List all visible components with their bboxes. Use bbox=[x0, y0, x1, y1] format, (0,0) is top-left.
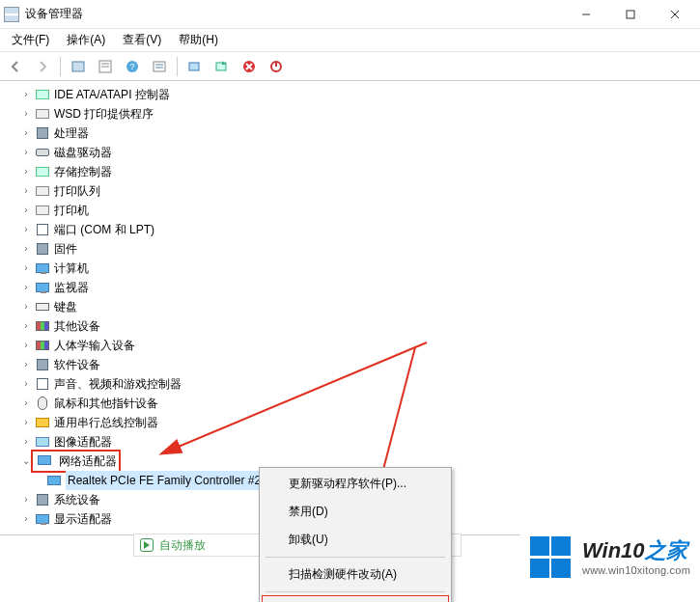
close-button[interactable] bbox=[654, 2, 696, 27]
minimize-button[interactable] bbox=[565, 2, 607, 27]
forward-button[interactable] bbox=[31, 55, 54, 78]
toolbar-console-icon[interactable] bbox=[67, 55, 90, 78]
expand-icon[interactable]: › bbox=[19, 259, 33, 278]
toolbar-uninstall-icon[interactable] bbox=[238, 55, 261, 78]
expand-icon[interactable]: › bbox=[19, 413, 33, 432]
expand-icon[interactable]: › bbox=[19, 509, 33, 529]
tree-label: 鼠标和其他指针设备 bbox=[54, 394, 158, 413]
ctx-disable[interactable]: 禁用(D) bbox=[262, 498, 449, 526]
expand-icon[interactable]: › bbox=[19, 220, 33, 239]
tree-item[interactable]: ›键盘 bbox=[10, 297, 700, 316]
device-icon bbox=[35, 396, 50, 411]
tree-label: Realtek PCIe FE Family Controller #2 bbox=[66, 471, 263, 490]
tree-item[interactable]: ›磁盘驱动器 bbox=[10, 143, 700, 162]
toolbar-list-icon[interactable] bbox=[148, 55, 171, 78]
tree-item[interactable]: ›IDE ATA/ATAPI 控制器 bbox=[10, 85, 700, 104]
tree-item[interactable]: ›固件 bbox=[10, 239, 700, 259]
menu-action[interactable]: 操作(A) bbox=[59, 30, 113, 50]
device-icon bbox=[35, 434, 50, 450]
device-icon bbox=[35, 338, 50, 353]
tree-label: 磁盘驱动器 bbox=[54, 143, 112, 162]
tree-label: 软件设备 bbox=[54, 355, 100, 374]
expand-icon[interactable]: › bbox=[19, 239, 33, 259]
play-icon bbox=[140, 538, 154, 552]
tree-item[interactable]: ›声音、视频和游戏控制器 bbox=[10, 374, 700, 394]
tree-item[interactable]: ›图像适配器 bbox=[10, 432, 700, 452]
ctx-scan-hardware[interactable]: 扫描检测硬件改动(A) bbox=[262, 561, 449, 588]
tree-item[interactable]: ›其他设备 bbox=[10, 316, 700, 336]
network-icon bbox=[46, 473, 62, 488]
tree-item[interactable]: ›打印机 bbox=[10, 201, 700, 220]
menu-file[interactable]: 文件(F) bbox=[4, 30, 57, 50]
expand-icon[interactable]: › bbox=[19, 123, 33, 143]
toolbar: ? bbox=[0, 52, 700, 81]
tree-item[interactable]: ›监视器 bbox=[10, 278, 700, 297]
device-icon bbox=[35, 106, 50, 122]
back-button[interactable] bbox=[4, 55, 27, 78]
tree-label: 系统设备 bbox=[54, 490, 100, 509]
device-icon bbox=[35, 299, 50, 315]
tree-label: 端口 (COM 和 LPT) bbox=[54, 220, 154, 239]
tree-item[interactable]: ›存储控制器 bbox=[10, 162, 700, 181]
device-icon bbox=[35, 222, 50, 237]
maximize-button[interactable] bbox=[609, 2, 652, 27]
tree-item[interactable]: ›处理器 bbox=[10, 123, 700, 143]
expand-icon[interactable]: › bbox=[19, 143, 33, 162]
expand-icon[interactable]: › bbox=[19, 104, 33, 123]
svg-text:?: ? bbox=[129, 62, 134, 71]
ctx-uninstall[interactable]: 卸载(U) bbox=[262, 526, 449, 554]
expand-icon[interactable]: › bbox=[19, 374, 33, 394]
menu-view[interactable]: 查看(V) bbox=[115, 30, 169, 50]
tree-label: WSD 打印提供程序 bbox=[54, 104, 154, 123]
ctx-update-driver[interactable]: 更新驱动程序软件(P)... bbox=[262, 470, 449, 498]
expand-icon[interactable]: › bbox=[19, 355, 33, 374]
tree-item[interactable]: ›端口 (COM 和 LPT) bbox=[10, 220, 700, 239]
tree-label: 网络适配器 bbox=[59, 454, 117, 468]
network-icon bbox=[37, 452, 52, 468]
expand-icon[interactable]: › bbox=[19, 278, 33, 297]
tree-item[interactable]: ›人体学输入设备 bbox=[10, 336, 700, 355]
device-icon bbox=[35, 203, 50, 218]
toolbar-properties-icon[interactable] bbox=[94, 55, 117, 78]
tree-label: IDE ATA/ATAPI 控制器 bbox=[54, 85, 170, 104]
expand-icon[interactable]: › bbox=[19, 336, 33, 355]
watermark: Win10之家 www.win10xitong.com bbox=[520, 531, 700, 585]
tree-item[interactable]: ›软件设备 bbox=[10, 355, 700, 374]
tree-label: 通用串行总线控制器 bbox=[54, 413, 158, 432]
tree-label: 键盘 bbox=[54, 297, 77, 316]
window-controls bbox=[565, 2, 696, 27]
expand-icon[interactable]: › bbox=[19, 432, 33, 452]
device-icon bbox=[35, 492, 50, 507]
expand-icon[interactable]: › bbox=[19, 162, 33, 181]
tree-item[interactable]: ›计算机 bbox=[10, 259, 700, 278]
device-icon bbox=[35, 241, 50, 257]
toolbar-disable-icon[interactable] bbox=[265, 55, 288, 78]
tree-item[interactable]: ›通用串行总线控制器 bbox=[10, 413, 700, 432]
device-tree[interactable]: ›IDE ATA/ATAPI 控制器›WSD 打印提供程序›处理器›磁盘驱动器›… bbox=[0, 81, 700, 533]
app-icon bbox=[4, 7, 19, 22]
expand-icon[interactable]: › bbox=[19, 181, 33, 201]
titlebar: 设备管理器 bbox=[0, 0, 700, 29]
svg-rect-4 bbox=[72, 62, 84, 71]
tree-item[interactable]: ›鼠标和其他指针设备 bbox=[10, 394, 700, 413]
tree-label: 打印队列 bbox=[54, 181, 100, 201]
svg-rect-13 bbox=[189, 63, 199, 70]
tree-item[interactable]: ›打印队列 bbox=[10, 181, 700, 201]
tree-item[interactable]: ›WSD 打印提供程序 bbox=[10, 104, 700, 123]
expand-icon[interactable]: › bbox=[19, 490, 33, 509]
windows-logo-icon bbox=[530, 536, 573, 579]
device-icon bbox=[35, 318, 50, 334]
toolbar-update-icon[interactable] bbox=[210, 55, 234, 78]
expand-icon[interactable]: › bbox=[19, 201, 33, 220]
expand-icon[interactable]: › bbox=[19, 316, 33, 336]
tree-label: 打印机 bbox=[54, 201, 89, 220]
toolbar-separator bbox=[177, 57, 178, 76]
expand-icon[interactable]: › bbox=[19, 297, 33, 316]
toolbar-help-icon[interactable]: ? bbox=[121, 55, 144, 78]
watermark-url: www.win10xitong.com bbox=[582, 564, 690, 577]
expand-icon[interactable]: › bbox=[19, 394, 33, 413]
expand-icon[interactable]: › bbox=[19, 85, 33, 104]
ctx-properties[interactable]: 属性(R) bbox=[262, 595, 449, 602]
toolbar-scan-icon[interactable] bbox=[183, 55, 207, 78]
menu-help[interactable]: 帮助(H) bbox=[171, 30, 226, 50]
